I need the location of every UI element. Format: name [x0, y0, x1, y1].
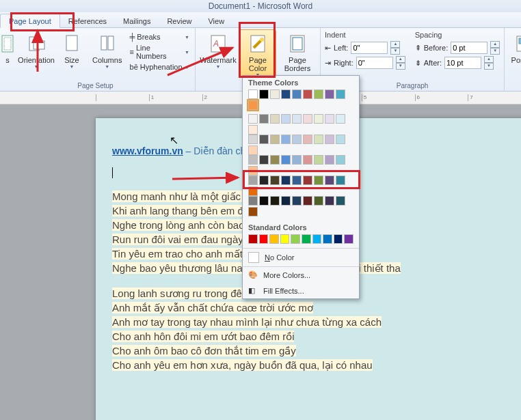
spin-down[interactable]: ▼: [390, 48, 400, 55]
color-swatch[interactable]: [314, 114, 323, 124]
color-swatch[interactable]: [270, 196, 280, 206]
color-swatch[interactable]: [303, 135, 312, 144]
tab-mailings[interactable]: Mailings: [115, 14, 159, 27]
text-line[interactable]: Anh mơ tay trong tay nhau mình lại như c…: [112, 316, 521, 328]
watermark-button[interactable]: A Watermark ▼: [200, 29, 237, 70]
color-swatch[interactable]: [336, 176, 345, 185]
tab-view[interactable]: View: [200, 14, 232, 27]
color-swatch[interactable]: [325, 135, 334, 144]
color-swatch[interactable]: [259, 234, 269, 244]
color-swatch[interactable]: [312, 234, 322, 244]
color-swatch[interactable]: [303, 89, 312, 99]
color-swatch[interactable]: [248, 114, 258, 124]
breaks-button[interactable]: ╪Breaks▼: [129, 29, 191, 44]
color-swatch[interactable]: [281, 196, 291, 206]
color-swatch[interactable]: [248, 145, 258, 155]
color-swatch[interactable]: [336, 155, 345, 165]
color-swatch[interactable]: [270, 155, 280, 165]
size-button[interactable]: Size ▼: [57, 29, 86, 70]
text-line[interactable]: Cho anh yêu em hơn xưa, ngày buồn đã qua…: [112, 359, 521, 372]
color-swatch[interactable]: [248, 166, 258, 176]
color-swatch[interactable]: [325, 196, 334, 206]
spin-down[interactable]: ▼: [484, 63, 494, 70]
color-swatch[interactable]: [281, 135, 291, 144]
tab-page-layout[interactable]: Page Layout: [0, 14, 60, 28]
color-swatch[interactable]: [292, 89, 302, 99]
color-swatch[interactable]: [248, 207, 258, 216]
color-swatch[interactable]: [344, 234, 353, 244]
header-link[interactable]: www.vforum.vn: [112, 145, 183, 156]
color-swatch[interactable]: [334, 234, 343, 244]
text-line[interactable]: Cho anh hôn đôi mi em ướt bao đêm rồi: [112, 331, 521, 343]
color-swatch[interactable]: [248, 186, 258, 196]
more-colors-item[interactable]: 🎨 More Colors...: [243, 267, 359, 283]
position-button[interactable]: Position ▼: [509, 29, 521, 70]
no-color-item[interactable]: No Color: [243, 249, 359, 266]
color-swatch[interactable]: [336, 135, 345, 144]
color-swatch[interactable]: [248, 100, 258, 110]
color-swatch[interactable]: [292, 176, 302, 185]
color-swatch[interactable]: [325, 176, 334, 185]
color-swatch[interactable]: [325, 89, 334, 99]
spin-up[interactable]: ▲: [396, 56, 405, 63]
color-swatch[interactable]: [259, 196, 269, 206]
spin-up[interactable]: ▲: [484, 56, 494, 63]
color-swatch[interactable]: [314, 155, 323, 165]
color-swatch[interactable]: [292, 155, 302, 165]
page-color-button[interactable]: Page Color ▼: [239, 29, 276, 78]
spacing-after-input[interactable]: [444, 57, 481, 69]
indent-left-input[interactable]: [351, 42, 388, 54]
columns-button[interactable]: Columns ▼: [89, 29, 126, 70]
color-swatch[interactable]: [323, 234, 332, 244]
color-swatch[interactable]: [314, 89, 323, 99]
color-swatch[interactable]: [270, 176, 280, 185]
color-swatch[interactable]: [259, 135, 269, 144]
color-swatch[interactable]: [314, 176, 323, 185]
color-swatch[interactable]: [248, 234, 258, 244]
spin-up[interactable]: ▲: [390, 41, 400, 48]
spin-up[interactable]: ▲: [490, 41, 500, 48]
color-swatch[interactable]: [302, 234, 311, 244]
color-swatch[interactable]: [303, 114, 312, 124]
line-numbers-button[interactable]: ≡Line Numbers▼: [129, 44, 191, 59]
color-swatch[interactable]: [325, 155, 334, 165]
fill-effects-item[interactable]: ◧ Fill Effects...: [243, 283, 359, 298]
color-swatch[interactable]: [292, 196, 302, 206]
color-swatch[interactable]: [248, 196, 258, 206]
spacing-before-input[interactable]: [451, 42, 487, 54]
color-swatch[interactable]: [248, 155, 258, 165]
color-swatch[interactable]: [270, 135, 280, 144]
color-swatch[interactable]: [336, 89, 345, 99]
color-swatch[interactable]: [303, 196, 312, 206]
color-swatch[interactable]: [303, 155, 312, 165]
color-swatch[interactable]: [325, 114, 334, 124]
color-swatch[interactable]: [259, 176, 269, 185]
color-swatch[interactable]: [281, 114, 291, 124]
orientation-button[interactable]: Orientation ▼: [18, 29, 55, 70]
text-line[interactable]: Cho anh ôm bao cô đơn thắt tim em gầy: [112, 345, 521, 357]
color-swatch[interactable]: [281, 176, 291, 185]
color-swatch[interactable]: [259, 89, 269, 99]
color-swatch[interactable]: [336, 114, 345, 124]
indent-right-input[interactable]: [356, 57, 393, 69]
color-swatch[interactable]: [248, 89, 258, 99]
text-line[interactable]: Anh mắt ấy vẫn chất chứa caœ trời ước mơ: [112, 302, 521, 314]
hyphenation-button[interactable]: bēHyphenation▼: [129, 59, 191, 74]
color-swatch[interactable]: [314, 135, 323, 144]
color-swatch[interactable]: [248, 135, 258, 144]
color-swatch[interactable]: [336, 196, 345, 206]
color-swatch[interactable]: [259, 114, 269, 124]
spin-down[interactable]: ▼: [396, 63, 405, 70]
tab-references[interactable]: References: [60, 14, 115, 27]
color-swatch[interactable]: [303, 176, 312, 185]
document-body[interactable]: Long lanh sương ru trong đêm một màu mắt…: [112, 288, 521, 372]
spin-down[interactable]: ▼: [490, 48, 500, 55]
color-swatch[interactable]: [248, 125, 258, 135]
tab-review[interactable]: Review: [159, 14, 200, 27]
color-swatch[interactable]: [280, 234, 290, 244]
color-swatch[interactable]: [292, 135, 302, 144]
color-swatch[interactable]: [259, 155, 269, 165]
page-borders-button[interactable]: Page Borders: [279, 29, 316, 73]
color-swatch[interactable]: [269, 234, 279, 244]
color-swatch[interactable]: [281, 89, 291, 99]
